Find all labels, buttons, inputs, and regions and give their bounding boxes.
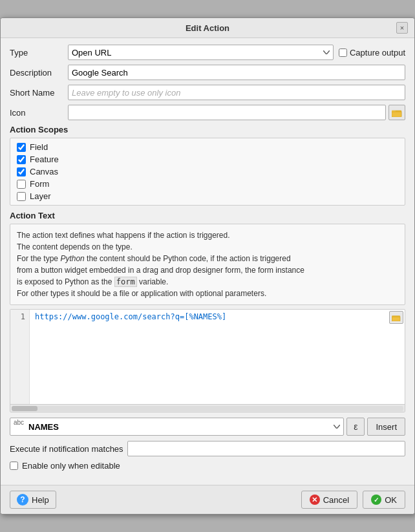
dialog-content: Type Open URL Capture output Description…: [1, 38, 414, 485]
action-text-desc-line2: The content depends on the type.: [17, 242, 133, 251]
notification-input[interactable]: [127, 441, 405, 456]
code-area-inner: 1 https://www.google.com/search?q=[%NAME…: [10, 310, 405, 404]
capture-output-label: Capture output: [350, 48, 405, 58]
code-folder-button[interactable]: [389, 311, 403, 324]
action-scopes-label: Action Scopes: [10, 125, 405, 134]
editable-checkbox[interactable]: [10, 462, 18, 470]
scope-field-checkbox[interactable]: [17, 143, 26, 152]
scope-field: Field: [17, 142, 398, 152]
python-keyword: Python: [60, 254, 84, 263]
scope-form-label: Form: [30, 179, 49, 189]
code-content[interactable]: https://www.google.com/search?q=[%NAMES%…: [30, 310, 405, 404]
code-area: 1 https://www.google.com/search?q=[%NAME…: [10, 309, 405, 412]
titlebar: Edit Action ×: [1, 18, 414, 38]
action-scopes-section: Action Scopes Field Feature Canvas Form: [10, 125, 405, 206]
code-folder-icon: [392, 314, 401, 321]
bottom-bar: ? Help ✕ Cancel ✓ OK: [1, 485, 414, 514]
variable-select-wrap: abc NAMES: [10, 418, 344, 436]
scope-form: Form: [17, 179, 398, 189]
type-select-wrap: Open URL Capture output: [68, 45, 405, 60]
scope-layer-checkbox[interactable]: [17, 192, 26, 201]
icon-folder-button[interactable]: [388, 105, 405, 120]
editable-row: Enable only when editable: [10, 461, 405, 471]
close-button[interactable]: ×: [396, 22, 408, 34]
ok-label: OK: [385, 495, 397, 505]
scope-field-label: Field: [30, 142, 48, 152]
line-numbers: 1: [10, 310, 30, 404]
action-text-desc-line6: For other types it should be a file or a…: [17, 289, 266, 298]
action-text-desc-line1: The action text defines what happens if …: [17, 231, 230, 240]
scrollbar-thumb: [12, 406, 37, 411]
action-text-desc-line4: from a button widget embedded in a drag …: [17, 266, 304, 275]
form-keyword: form: [114, 277, 137, 287]
right-buttons: ✕ Cancel ✓ OK: [301, 491, 405, 509]
icon-input[interactable]: [68, 105, 386, 120]
icon-row: Icon: [10, 105, 405, 120]
svg-rect-2: [392, 112, 401, 117]
scope-canvas-checkbox[interactable]: [17, 167, 26, 176]
line-number-1: 1: [21, 312, 25, 321]
scope-canvas: Canvas: [17, 167, 398, 176]
type-select[interactable]: Open URL: [68, 45, 334, 60]
code-text: https://www.google.com/search?q=[%NAMES%…: [35, 312, 226, 321]
variable-select[interactable]: NAMES: [10, 418, 344, 436]
help-label: Help: [32, 495, 49, 505]
ok-button[interactable]: ✓ OK: [363, 491, 405, 509]
short-name-input[interactable]: [68, 85, 405, 100]
description-label: Description: [10, 68, 68, 78]
scrollbar-track: [12, 406, 403, 411]
scope-feature-checkbox[interactable]: [17, 155, 26, 164]
description-input[interactable]: [68, 65, 405, 80]
icon-label: Icon: [10, 108, 68, 118]
dialog-title: Edit Action: [19, 23, 396, 33]
scope-feature-label: Feature: [30, 154, 59, 164]
action-text-description: The action text defines what happens if …: [10, 224, 405, 305]
short-name-label: Short Name: [10, 88, 68, 98]
ok-icon: ✓: [371, 495, 381, 505]
cancel-icon: ✕: [310, 495, 320, 505]
cancel-button[interactable]: ✕ Cancel: [301, 491, 357, 509]
action-text-desc-line3: For the type Python the content should b…: [17, 254, 291, 263]
capture-output-checkbox[interactable]: [339, 48, 347, 57]
notification-label: Execute if notification matches: [10, 444, 123, 454]
edit-action-dialog: Edit Action × Type Open URL Capture outp…: [0, 17, 415, 515]
horizontal-scrollbar[interactable]: [10, 404, 405, 412]
scope-form-checkbox[interactable]: [17, 180, 26, 189]
scope-layer: Layer: [17, 191, 398, 201]
cancel-label: Cancel: [323, 495, 349, 505]
folder-icon: [392, 109, 402, 117]
scope-feature: Feature: [17, 154, 398, 164]
scopes-box: Field Feature Canvas Form Layer: [10, 138, 405, 206]
help-button[interactable]: ? Help: [10, 491, 56, 509]
short-name-row: Short Name: [10, 85, 405, 100]
scope-canvas-label: Canvas: [30, 167, 58, 176]
editable-label: Enable only when editable: [22, 461, 120, 471]
epsilon-button[interactable]: ε: [346, 418, 365, 436]
action-text-label: Action Text: [10, 211, 405, 220]
svg-rect-4: [392, 317, 400, 321]
scope-layer-label: Layer: [30, 191, 51, 201]
action-text-section: Action Text The action text defines what…: [10, 211, 405, 412]
notification-row: Execute if notification matches: [10, 441, 405, 456]
help-icon: ?: [17, 494, 28, 505]
variable-prefix: abc: [14, 419, 24, 426]
variable-row: abc NAMES ε Insert: [10, 418, 405, 436]
type-label: Type: [10, 48, 68, 58]
type-row: Type Open URL Capture output: [10, 45, 405, 60]
description-row: Description: [10, 65, 405, 80]
capture-output-row: Capture output: [339, 48, 405, 58]
action-text-desc-line5: is exposed to Python as the form variabl…: [17, 277, 168, 287]
insert-button[interactable]: Insert: [367, 418, 405, 436]
